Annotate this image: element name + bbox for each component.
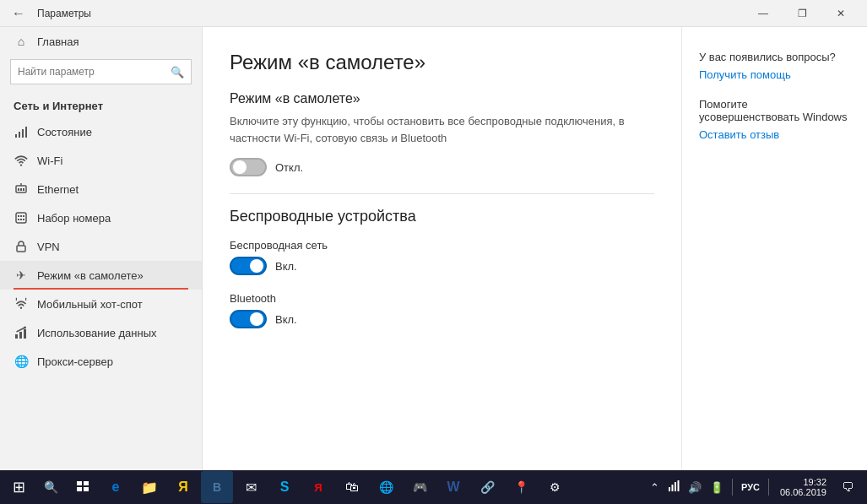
airplane-toggle[interactable] <box>230 158 267 176</box>
svg-rect-28 <box>77 487 82 491</box>
vpn-icon <box>14 239 29 254</box>
bluetooth-toggle-row: Вкл. <box>230 310 654 328</box>
taskbar-clock[interactable]: 19:32 06.06.2019 <box>775 477 832 497</box>
airplane-section: Режим «в самолете» Включите эту функцию,… <box>230 91 654 176</box>
wifi-toggle-row: Вкл. <box>230 257 654 275</box>
taskbar-app-link[interactable]: 🔗 <box>471 471 503 503</box>
back-button[interactable]: ← <box>7 2 30 25</box>
svg-rect-26 <box>77 481 82 485</box>
bluetooth-toggle[interactable] <box>230 310 267 328</box>
right-panel: У вас появились вопросы? Получить помощь… <box>681 27 867 470</box>
app-body: ⌂ Главная 🔍 Сеть и Интернет Состояние Wi… <box>0 27 867 470</box>
svg-rect-31 <box>671 485 673 491</box>
restore-button[interactable]: ❐ <box>783 0 821 27</box>
title-bar-left: ← Параметры <box>7 2 91 25</box>
close-button[interactable]: ✕ <box>821 0 860 27</box>
window-controls: — ❐ ✕ <box>744 0 860 27</box>
wifi-toggle-knob <box>250 259 263 273</box>
search-input[interactable] <box>18 66 171 78</box>
taskbar-notification-center[interactable]: 🗨 <box>835 471 860 503</box>
minimize-button[interactable]: — <box>744 0 783 27</box>
taskbar-search-button[interactable]: 🔍 <box>35 471 66 503</box>
sidebar-item-vpn[interactable]: VPN <box>0 232 202 261</box>
svg-rect-0 <box>15 134 17 138</box>
improve-link[interactable]: Оставить отзыв <box>699 128 850 141</box>
sidebar-item-wifi[interactable]: Wi-Fi <box>0 146 202 175</box>
taskbar-app-store[interactable]: 🛍 <box>336 471 368 503</box>
taskbar-app-maps[interactable]: 📍 <box>505 471 537 503</box>
bluetooth-toggle-label: Вкл. <box>275 313 297 326</box>
sidebar-item-home[interactable]: ⌂ Главная <box>0 27 202 56</box>
bluetooth-toggle-knob <box>250 312 263 326</box>
taskbar-app-word[interactable]: W <box>437 471 469 503</box>
taskbar-app-settings[interactable]: ⚙ <box>539 471 571 503</box>
sidebar-item-datausage-label: Использование данных <box>37 327 157 339</box>
page-title: Режим «в самолете» <box>230 51 654 74</box>
taskbar-app-chrome[interactable]: 🌐 <box>370 471 402 503</box>
datausage-icon <box>14 325 29 340</box>
taskbar-app-folder[interactable]: 📁 <box>133 471 165 503</box>
title-bar: ← Параметры — ❐ ✕ <box>0 0 867 27</box>
bluetooth-device-label: Bluetooth <box>230 292 654 305</box>
dialup-icon <box>14 210 29 225</box>
taskbar-app-yandex[interactable]: Я <box>167 471 199 503</box>
start-button[interactable]: ⊞ <box>3 471 34 503</box>
sidebar-item-proxy-label: Прокси-сервер <box>37 355 113 368</box>
taskbar-app-edge[interactable]: e <box>100 471 132 503</box>
taskbar-battery-icon[interactable]: 🔋 <box>707 481 726 494</box>
sidebar-item-datausage[interactable]: Использование данных <box>0 318 202 347</box>
svg-rect-12 <box>20 215 22 217</box>
sidebar-item-wifi-label: Wi-Fi <box>37 154 62 167</box>
taskbar-notifications-area[interactable]: ⌃ <box>648 481 662 494</box>
svg-rect-14 <box>18 219 19 220</box>
sidebar-item-status[interactable]: Состояние <box>0 117 202 146</box>
sidebar-item-airplane[interactable]: ✈ Режим «в самолете» <box>0 261 202 290</box>
wifi-toggle-group: Беспроводная сеть Вкл. <box>230 239 654 275</box>
airplane-section-desc: Включите эту функцию, чтобы остановить в… <box>230 113 635 146</box>
sidebar-item-home-label: Главная <box>37 35 79 48</box>
svg-point-18 <box>20 307 22 309</box>
taskbar-divider2 <box>768 479 769 496</box>
taskbar-lang-indicator[interactable]: РУС <box>739 482 762 492</box>
taskbar-app-vk[interactable]: В <box>201 471 233 503</box>
sidebar-item-proxy[interactable]: 🌐 Прокси-сервер <box>0 347 202 376</box>
svg-rect-33 <box>677 480 679 491</box>
taskbar-app-skype[interactable]: S <box>268 471 301 503</box>
status-icon <box>14 124 29 139</box>
svg-rect-22 <box>19 332 22 339</box>
sidebar-item-ethernet-label: Ethernet <box>37 183 79 196</box>
home-icon: ⌂ <box>14 34 29 49</box>
taskbar-network-icon[interactable] <box>665 480 682 495</box>
taskbar-app-yandex2[interactable]: Я <box>302 471 334 503</box>
airplane-icon: ✈ <box>14 268 29 283</box>
sidebar: ⌂ Главная 🔍 Сеть и Интернет Состояние Wi… <box>0 27 203 470</box>
svg-rect-16 <box>23 219 24 220</box>
taskbar-taskview-button[interactable] <box>68 471 98 503</box>
section-divider <box>230 193 654 194</box>
svg-rect-10 <box>16 213 26 223</box>
search-box[interactable]: 🔍 <box>10 59 192 84</box>
svg-rect-13 <box>23 215 24 217</box>
taskbar-volume-icon[interactable]: 🔊 <box>685 481 704 494</box>
help-question: У вас появились вопросы? <box>699 51 850 63</box>
wifi-toggle-label: Вкл. <box>275 260 297 273</box>
taskbar-app-mail[interactable]: ✉ <box>235 471 267 503</box>
svg-rect-1 <box>19 132 20 138</box>
bluetooth-toggle-group: Bluetooth Вкл. <box>230 292 654 328</box>
sidebar-item-ethernet[interactable]: Ethernet <box>0 175 202 203</box>
svg-rect-11 <box>18 215 19 217</box>
airplane-toggle-label: Откл. <box>275 161 303 174</box>
svg-rect-21 <box>15 334 18 339</box>
taskbar-app-game[interactable]: 🎮 <box>404 471 436 503</box>
taskbar-divider <box>732 479 733 496</box>
airplane-section-title: Режим «в самолете» <box>230 91 654 106</box>
svg-rect-8 <box>23 188 24 191</box>
sidebar-item-hotspot[interactable]: Мобильный хот-спот <box>0 290 202 318</box>
wifi-toggle[interactable] <box>230 257 267 275</box>
sidebar-item-dialup[interactable]: Набор номера <box>0 203 202 232</box>
hotspot-icon <box>14 296 29 312</box>
help-link[interactable]: Получить помощь <box>699 68 850 81</box>
sidebar-item-airplane-label: Режим «в самолете» <box>37 269 144 282</box>
svg-rect-3 <box>25 127 27 138</box>
svg-rect-2 <box>22 129 24 138</box>
